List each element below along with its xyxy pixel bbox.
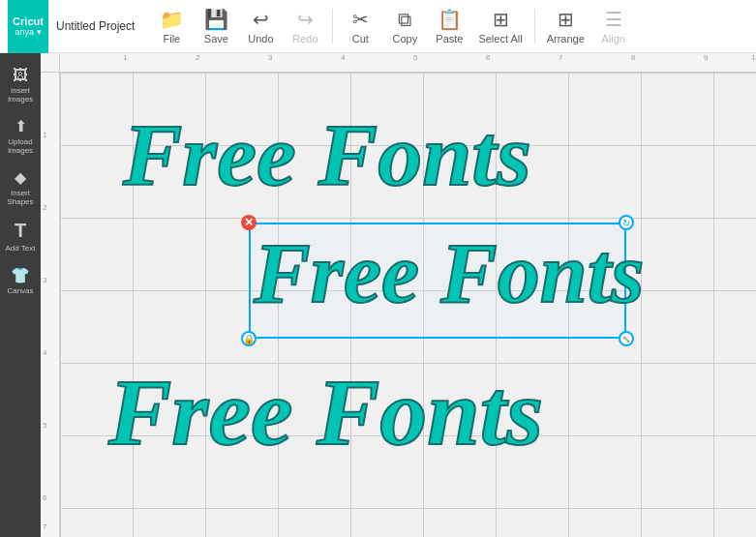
- sidebar-label-upload-images: UploadImages: [8, 137, 33, 155]
- select-all-button[interactable]: ⊞ Select All: [472, 2, 528, 50]
- paste-icon: 📋: [438, 8, 462, 31]
- sidebar-label-insert-images: InsertImages: [8, 86, 33, 104]
- separator: [332, 9, 333, 44]
- redo-icon: ↪: [297, 8, 314, 31]
- save-icon: 💾: [204, 8, 228, 31]
- sidebar-item-upload-images[interactable]: ⬆ UploadImages: [1, 111, 40, 161]
- add-text-icon: T: [15, 220, 26, 242]
- cut-button[interactable]: ✂ Cut: [339, 2, 381, 50]
- text-element-3[interactable]: Free Fonts: [108, 358, 543, 466]
- arrange-button[interactable]: ⊞ Arrange: [541, 2, 590, 50]
- sidebar-label-add-text: Add Text: [6, 244, 36, 253]
- ruler-left: 1 2 3 4 5 6 7: [41, 73, 60, 537]
- file-button[interactable]: 📁 File: [150, 2, 193, 50]
- paste-button[interactable]: 📋 Paste: [428, 2, 470, 50]
- cricut-logo: Cricut: [13, 15, 44, 27]
- align-icon: ☰: [605, 8, 622, 31]
- topbar: Cricut anya ▾ Untitled Project 📁 File 💾 …: [0, 0, 756, 53]
- username: anya ▾: [15, 27, 41, 37]
- insert-images-icon: 🖼: [13, 67, 28, 84]
- save-label: Save: [204, 33, 228, 45]
- sidebar-item-add-text[interactable]: T Add Text: [1, 214, 40, 258]
- sidebar-item-insert-shapes[interactable]: ◆ InsertShapes: [1, 163, 40, 212]
- align-button[interactable]: ☰ Align: [592, 2, 635, 50]
- copy-button[interactable]: ⧉ Copy: [383, 2, 426, 50]
- file-icon: 📁: [160, 8, 184, 31]
- arrange-label: Arrange: [547, 33, 585, 45]
- canvas-area[interactable]: 1 2 3 4 5 6 7 8 9 10 1 2 3 4 5 6 7 Free …: [41, 53, 756, 537]
- logo-area: Cricut anya ▾: [8, 0, 48, 53]
- upload-images-icon: ⬆: [15, 117, 27, 135]
- paste-label: Paste: [436, 33, 463, 45]
- undo-label: Undo: [248, 33, 273, 45]
- copy-label: Copy: [393, 33, 418, 45]
- file-label: File: [164, 33, 181, 45]
- arrange-icon: ⊞: [558, 8, 574, 31]
- text-element-1[interactable]: Free Fonts: [123, 104, 531, 206]
- cut-icon: ✂: [352, 8, 369, 31]
- ruler-top: 1 2 3 4 5 6 7 8 9 10: [60, 53, 756, 73]
- toolbar: 📁 File 💾 Save ↩ Undo ↪ Redo ✂ Cut ⧉ Copy: [150, 2, 748, 50]
- undo-icon: ↩: [253, 8, 269, 31]
- insert-shapes-icon: ◆: [15, 168, 26, 187]
- separator2: [534, 9, 535, 44]
- redo-button[interactable]: ↪ Redo: [284, 2, 326, 50]
- project-title: Untitled Project: [56, 19, 135, 33]
- align-label: Align: [602, 33, 625, 45]
- cut-label: Cut: [352, 33, 369, 45]
- undo-button[interactable]: ↩ Undo: [239, 2, 282, 50]
- sidebar-label-canvas: Canvas: [7, 286, 33, 295]
- redo-label: Redo: [292, 33, 318, 45]
- select-all-label: Select All: [478, 33, 522, 45]
- copy-icon: ⧉: [398, 9, 411, 31]
- sidebar: 🖼 InsertImages ⬆ UploadImages ◆ InsertSh…: [0, 53, 41, 537]
- save-button[interactable]: 💾 Save: [195, 2, 237, 50]
- canvas-icon: 👕: [11, 266, 30, 284]
- sidebar-item-canvas[interactable]: 👕 Canvas: [1, 260, 40, 301]
- main-canvas[interactable]: Free Fonts ✕ ↻ 🔒 ⤡ Free Fonts Free Fonts: [60, 73, 756, 537]
- ruler-corner: [41, 53, 60, 73]
- text-element-2[interactable]: Free Fonts: [254, 224, 644, 322]
- sidebar-item-insert-images[interactable]: 🖼 InsertImages: [1, 61, 40, 109]
- select-all-icon: ⊞: [493, 8, 509, 31]
- sidebar-label-insert-shapes: InsertShapes: [7, 189, 33, 206]
